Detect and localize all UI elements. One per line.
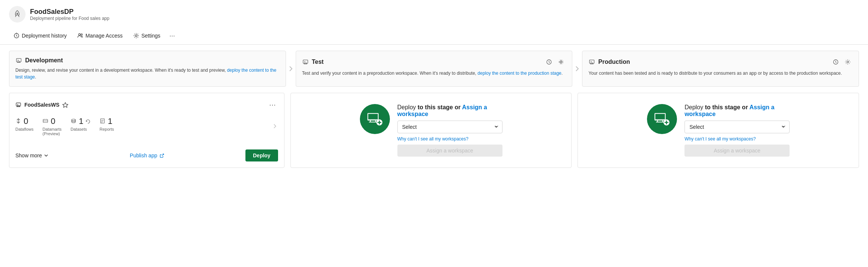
stage-test-settings-btn[interactable]: [556, 57, 566, 67]
stage-production-title-area: Production: [588, 59, 630, 65]
dataflow-icon: [15, 118, 21, 125]
test-why-cant-link[interactable]: Why can't I see all my workspaces?: [397, 136, 502, 142]
stage-test-title: Test: [312, 59, 324, 65]
stage-icon-test: [302, 59, 309, 65]
nav-settings[interactable]: Settings: [129, 30, 165, 41]
nav-manage-access[interactable]: Manage Access: [73, 30, 127, 41]
svg-rect-12: [16, 103, 21, 106]
stage-test-header: Test: [302, 57, 566, 67]
metric-reports-header: 1: [99, 116, 114, 126]
metrics-next-arrow[interactable]: [272, 116, 278, 136]
stage-development-desc: Design, review, and revise your content …: [15, 67, 280, 80]
production-assign-workspace-button: Assign a workspace: [684, 145, 790, 157]
svg-rect-5: [17, 59, 21, 62]
test-assign-card: Deploy to this stage or Assign a workspa…: [290, 93, 572, 168]
production-workspace-select[interactable]: Select: [684, 121, 790, 133]
arrow-dev-to-test: [286, 66, 296, 72]
show-more-label: Show more: [15, 152, 42, 158]
svg-point-3: [81, 34, 82, 35]
people-icon: [77, 33, 83, 39]
svg-point-15: [72, 119, 75, 121]
svg-point-11: [847, 61, 849, 63]
favorite-icon[interactable]: [62, 102, 68, 108]
stage-production-title: Production: [598, 59, 630, 65]
production-why-cant-link[interactable]: Why can't I see all my workspaces?: [684, 136, 790, 142]
production-select-wrapper: Select: [684, 121, 790, 133]
metrics-row: 0 Dataflows 0 Dat: [15, 116, 278, 136]
main-content: Development Design, review, and revise y…: [0, 45, 868, 174]
stage-icon-production: [588, 59, 595, 65]
test-select-wrapper: Select: [397, 121, 502, 133]
stage-production-settings-btn[interactable]: [843, 57, 853, 67]
svg-point-2: [78, 34, 80, 36]
metric-dataflows-label: Dataflows: [15, 127, 33, 131]
test-assign-content: Deploy to this stage or Assign a workspa…: [360, 104, 502, 157]
dev-card-footer: Show more Publish app Deploy: [15, 146, 278, 161]
test-assign-icon: [360, 104, 390, 134]
publish-app-label: Publish app: [130, 152, 157, 158]
stage-production-history-btn[interactable]: [831, 57, 841, 67]
stage-production-desc: Your content has been tested and is read…: [588, 70, 853, 77]
production-assign-icon: [647, 104, 677, 134]
workspace-icon: [15, 102, 21, 108]
production-assign-inner: Deploy to this stage or Assign a workspa…: [647, 104, 790, 157]
stage-development-link[interactable]: deploy the content to the test stage: [15, 68, 276, 80]
metric-dataflows: 0 Dataflows: [15, 116, 33, 136]
production-assign-content: Deploy to this stage or Assign a workspa…: [647, 104, 790, 157]
production-assign-header-text: Deploy to this stage or Assign a workspa…: [684, 104, 790, 118]
publish-app-button[interactable]: Publish app: [125, 150, 169, 161]
stage-test-history-btn[interactable]: [544, 57, 554, 67]
metric-datasets-value: 1: [79, 116, 83, 126]
dev-card-header: FoodSalesWS ⋯: [15, 99, 278, 110]
chevron-down-icon: [44, 153, 49, 158]
workspace-menu-button[interactable]: ⋯: [267, 99, 278, 110]
workspace-name-label: FoodSalesWS: [24, 102, 59, 108]
stages-row: Development Design, review, and revise y…: [9, 51, 859, 87]
app-title: FoodSalesDP: [30, 8, 109, 16]
details-row: FoodSalesWS ⋯ 0: [9, 93, 859, 168]
test-assign-inner: Deploy to this stage or Assign a workspa…: [360, 104, 502, 157]
app-icon: [9, 6, 26, 23]
dev-workspace-name: FoodSalesWS: [15, 102, 68, 108]
nav-manage-access-label: Manage Access: [86, 33, 123, 39]
stage-development: Development Design, review, and revise y…: [9, 51, 286, 87]
metric-datasets-header: 1: [71, 116, 90, 126]
production-assign-card: Deploy to this stage or Assign a workspa…: [578, 93, 859, 168]
stage-test-desc: Test and verify your content in a prepro…: [302, 70, 566, 77]
nav-more-button[interactable]: ···: [166, 30, 178, 41]
svg-rect-18: [368, 114, 378, 119]
stage-icon-development: [15, 57, 22, 64]
svg-rect-21: [655, 114, 665, 119]
metric-dataflows-value: 0: [24, 116, 28, 126]
show-more-button[interactable]: Show more: [15, 150, 49, 161]
test-assign-workspace-button: Assign a workspace: [397, 145, 502, 157]
stage-development-header: Development: [15, 57, 280, 64]
metric-reports-value: 1: [108, 116, 112, 126]
metric-datamarts: 0 Datamarts(Preview): [42, 116, 62, 136]
stage-test-title-area: Test: [302, 59, 324, 65]
nav-deployment-history[interactable]: Deployment history: [9, 30, 71, 41]
production-assign-bold: to this stage or: [705, 104, 749, 110]
settings-icon: [133, 33, 139, 39]
stage-test-link[interactable]: deploy the content to the production sta…: [478, 71, 562, 76]
test-assign-deploy-text: Deploy: [397, 104, 418, 110]
app-subtitle: Deployment pipeline for Food sales app: [30, 16, 109, 21]
stage-production: Production: [582, 51, 859, 87]
svg-rect-6: [303, 60, 308, 63]
test-workspace-select[interactable]: Select: [397, 121, 502, 133]
svg-rect-9: [590, 60, 594, 63]
rocket-icon: [13, 10, 22, 19]
dev-details-card: FoodSalesWS ⋯ 0: [9, 93, 284, 168]
arrow-test-to-prod: [572, 66, 582, 72]
nav-deployment-history-label: Deployment history: [22, 33, 67, 39]
svg-point-0: [17, 13, 18, 14]
report-icon: [99, 118, 105, 125]
stage-production-header: Production: [588, 57, 853, 67]
production-assign-deploy-text: Deploy: [684, 104, 705, 110]
metric-datamarts-header: 0: [42, 116, 62, 126]
external-link-icon: [159, 153, 164, 158]
nav-settings-label: Settings: [141, 33, 161, 39]
metric-datasets: 1 Datasets: [71, 116, 90, 136]
deploy-button[interactable]: Deploy: [245, 149, 278, 161]
history-icon: [14, 33, 20, 39]
